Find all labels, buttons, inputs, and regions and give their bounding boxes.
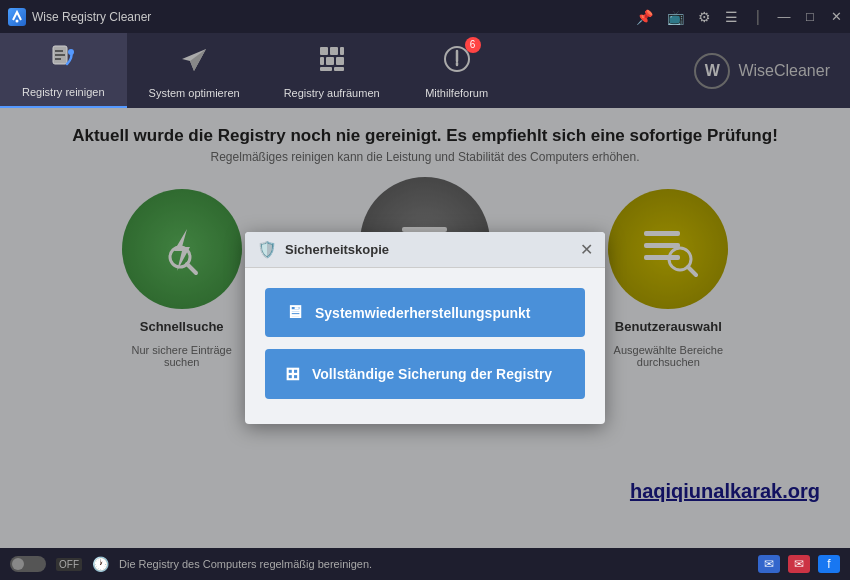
mail-icon-button[interactable]: ✉: [758, 555, 780, 573]
navbar: Registry reinigen System optimieren Regi: [0, 33, 850, 108]
svg-rect-12: [320, 67, 332, 71]
app-logo: [8, 8, 26, 26]
nav-label-defrag: Registry aufräumen: [284, 87, 380, 99]
svg-rect-6: [320, 47, 328, 55]
nav-label-forum: Mithilfeforum: [425, 87, 488, 99]
social-icons: ✉ ✉ f: [758, 555, 840, 573]
pin-icon[interactable]: 📌: [636, 9, 653, 25]
restore-point-button[interactable]: 🖥 Systemwiederherstellungspunkt: [265, 288, 585, 337]
dialog-body: 🖥 Systemwiederherstellungspunkt ⊞ Vollst…: [245, 268, 605, 424]
nav-icon-defrag: [316, 43, 348, 82]
settings-icon[interactable]: ⚙: [698, 9, 711, 25]
svg-rect-7: [330, 47, 338, 55]
clock-icon: 🕐: [92, 556, 109, 572]
nav-item-forum[interactable]: 6 Mithilfeforum: [402, 33, 512, 108]
svg-rect-10: [326, 57, 334, 65]
nav-item-registry-clean[interactable]: Registry reinigen: [0, 33, 127, 108]
security-dialog: 🛡️ Sicherheitskopie ✕ 🖥 Systemwiederhers…: [245, 232, 605, 424]
nav-label-optimize: System optimieren: [149, 87, 240, 99]
monitor-icon[interactable]: 📺: [667, 9, 684, 25]
status-text: Die Registry des Computers regelmäßig be…: [119, 558, 372, 570]
autostart-toggle[interactable]: [10, 556, 46, 572]
menu-icon[interactable]: ☰: [725, 9, 738, 25]
svg-rect-13: [334, 67, 344, 71]
full-backup-label: Vollständige Sicherung der Registry: [312, 366, 552, 382]
message-icon-button[interactable]: ✉: [788, 555, 810, 573]
title-bar-left: Wise Registry Cleaner: [8, 8, 151, 26]
nav-item-system-optimize[interactable]: System optimieren: [127, 33, 262, 108]
dialog-close-button[interactable]: ✕: [580, 242, 593, 258]
dialog-shield-icon: 🛡️: [257, 240, 277, 259]
close-button[interactable]: ✕: [830, 11, 842, 23]
main-content: Aktuell wurde die Registry noch nie gere…: [0, 108, 850, 548]
toggle-knob: [12, 558, 24, 570]
forum-badge: 6: [465, 37, 481, 53]
nav-icon-forum: 6: [441, 43, 473, 82]
monitor-btn-icon: 🖥: [285, 302, 303, 323]
svg-rect-3: [55, 54, 65, 56]
nav-item-registry-defrag[interactable]: Registry aufräumen: [262, 33, 402, 108]
dialog-overlay: 🛡️ Sicherheitskopie ✕ 🖥 Systemwiederhers…: [0, 108, 850, 548]
full-backup-button[interactable]: ⊞ Vollständige Sicherung der Registry: [265, 349, 585, 399]
dialog-title-area: 🛡️ Sicherheitskopie: [257, 240, 389, 259]
svg-point-5: [68, 49, 74, 55]
svg-rect-11: [336, 57, 344, 65]
nav-label-registry: Registry reinigen: [22, 86, 105, 98]
svg-rect-8: [340, 47, 344, 55]
maximize-button[interactable]: □: [804, 11, 816, 23]
app-title: Wise Registry Cleaner: [32, 10, 151, 24]
restore-point-label: Systemwiederherstellungspunkt: [315, 305, 531, 321]
nav-icon-registry: [47, 42, 79, 81]
toggle-off-label: OFF: [56, 558, 82, 571]
bottom-bar: OFF 🕐 Die Registry des Computers regelmä…: [0, 548, 850, 580]
svg-rect-9: [320, 57, 324, 65]
dialog-title: Sicherheitskopie: [285, 242, 389, 257]
brand-name: WiseCleaner: [738, 62, 830, 80]
grid-btn-icon: ⊞: [285, 363, 300, 385]
svg-point-0: [16, 19, 19, 22]
title-bar: Wise Registry Cleaner 📌 📺 ⚙ ☰ | — □ ✕: [0, 0, 850, 33]
svg-rect-4: [55, 58, 61, 60]
brand-logo: W WiseCleaner: [694, 33, 850, 108]
nav-icon-optimize: [178, 43, 210, 82]
brand-icon: W: [694, 53, 730, 89]
title-bar-controls: 📌 📺 ⚙ ☰ | — □ ✕: [636, 8, 842, 26]
svg-rect-2: [55, 50, 63, 52]
facebook-icon-button[interactable]: f: [818, 555, 840, 573]
dialog-header: 🛡️ Sicherheitskopie ✕: [245, 232, 605, 268]
minimize-button[interactable]: —: [778, 11, 790, 23]
